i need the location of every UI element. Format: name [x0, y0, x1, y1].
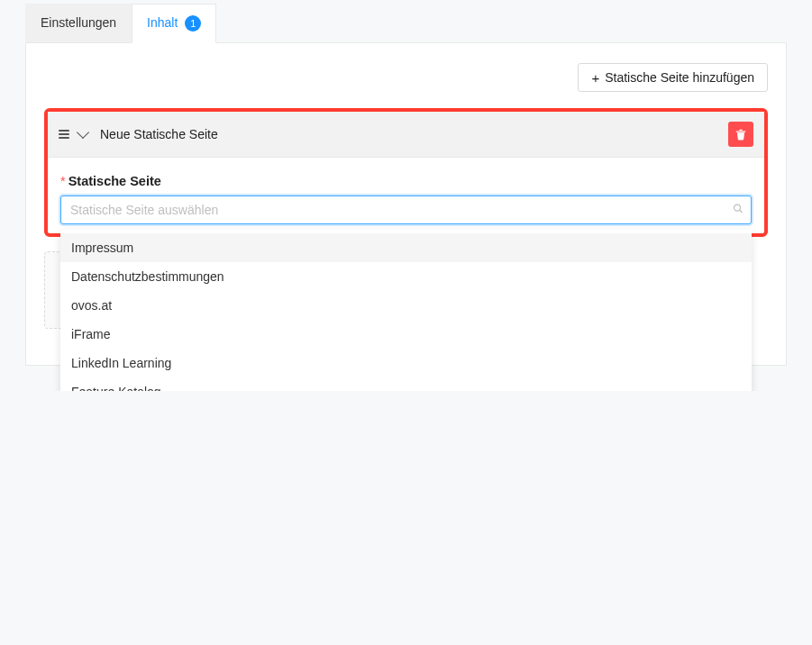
- tab-content-badge: 1: [185, 15, 201, 32]
- dropdown-option[interactable]: LinkedIn Learning: [60, 349, 752, 377]
- static-page-select-input[interactable]: [60, 195, 752, 224]
- plus-icon: +: [591, 71, 599, 85]
- field-label: *Statische Seite: [60, 174, 752, 188]
- static-page-block: Neue Statische Seite *Statische Seite Im…: [44, 108, 768, 237]
- toolbar: + Statische Seite hinzufügen: [44, 63, 768, 92]
- required-asterisk: *: [60, 174, 66, 188]
- dropdown-option[interactable]: ovos.at: [60, 291, 752, 320]
- add-static-page-button[interactable]: + Statische Seite hinzufügen: [578, 63, 768, 92]
- chevron-down-icon[interactable]: [77, 126, 89, 139]
- tab-settings[interactable]: Einstellungen: [25, 4, 132, 42]
- select-wrapper: Impressum Datenschutzbestimmungen ovos.a…: [60, 195, 752, 224]
- block-title: Neue Statische Seite: [100, 127, 719, 141]
- dropdown-option[interactable]: Impressum: [60, 233, 752, 262]
- page-container: Einstellungen Inhalt 1 + Statische Seite…: [0, 0, 812, 391]
- delete-button[interactable]: [728, 122, 753, 147]
- block-body: *Statische Seite Impressum Datenschutzbe…: [48, 158, 764, 233]
- block-header: Neue Statische Seite: [48, 112, 764, 158]
- tab-content[interactable]: Inhalt 1: [132, 4, 216, 43]
- drag-handle-icon[interactable]: [59, 128, 69, 141]
- dropdown-option[interactable]: Feature Katalog: [60, 377, 752, 391]
- content-panel: + Statische Seite hinzufügen Neue Statis…: [25, 42, 787, 366]
- select-dropdown: Impressum Datenschutzbestimmungen ovos.a…: [60, 230, 752, 391]
- add-button-label: Statische Seite hinzufügen: [605, 70, 754, 85]
- tab-bar: Einstellungen Inhalt 1: [25, 4, 787, 42]
- trash-icon: [734, 128, 747, 141]
- dropdown-option[interactable]: Datenschutzbestimmungen: [60, 262, 752, 291]
- dropdown-option[interactable]: iFrame: [60, 320, 752, 349]
- tab-content-label: Inhalt: [147, 15, 178, 30]
